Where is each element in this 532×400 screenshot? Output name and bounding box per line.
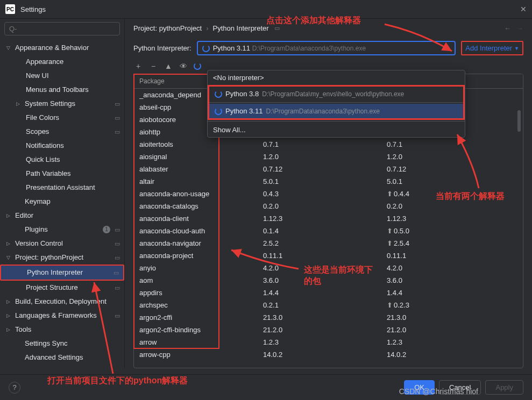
table-row[interactable]: anyio4.2.04.2.0 — [134, 262, 523, 274]
add-package-icon[interactable]: + — [133, 62, 143, 70]
app-icon: PC — [5, 4, 15, 14]
pkg-version: 21.2.0 — [263, 325, 387, 335]
nav-fwd-icon[interactable]: → — [516, 24, 523, 32]
pkg-version: 5.0.1 — [263, 176, 387, 187]
table-row[interactable]: appdirs1.4.41.4.4 — [134, 287, 523, 299]
pkg-latest: ⬆0.4.4 — [387, 189, 517, 199]
chevron-icon: ▽ — [6, 42, 13, 53]
table-row[interactable]: anaconda-project0.11.10.11.1 — [134, 249, 523, 262]
pkg-version: 4.2.0 — [263, 263, 387, 273]
sidebar-item[interactable]: Advanced Settings — [0, 351, 124, 365]
sidebar-item[interactable]: Project Structure▭ — [0, 281, 124, 295]
add-interpreter-button[interactable]: Add Interpreter ▼ — [461, 41, 523, 55]
pkg-name: argon2-cffi-bindings — [139, 325, 263, 335]
table-row[interactable]: argon2-cffi-bindings21.2.021.2.0 — [134, 324, 523, 336]
table-row[interactable]: anaconda-client1.12.31.12.3 — [134, 212, 523, 225]
help-button[interactable]: ? — [9, 382, 20, 394]
sidebar-item[interactable]: Notifications — [0, 139, 124, 153]
table-row[interactable]: aioitertools0.7.10.7.1 — [134, 138, 523, 151]
info-icon: 1 — [103, 226, 110, 233]
sidebar-item-label: Path Variables — [26, 168, 120, 179]
pkg-name: anaconda-anon-usage — [139, 189, 263, 199]
sidebar-item[interactable]: Keymap — [0, 195, 124, 209]
pkg-latest: 0.7.1 — [387, 139, 517, 149]
table-row[interactable]: anaconda-cloud-auth0.1.4⬆0.5.0 — [134, 225, 523, 237]
sidebar-item-label: Scopes — [26, 126, 112, 137]
sidebar-item-label: Keymap — [25, 196, 120, 207]
cancel-button[interactable]: Cancel — [439, 380, 481, 395]
sidebar-item-label: Presentation Assistant — [26, 182, 120, 193]
pkg-name: appdirs — [139, 288, 263, 298]
combo-text: Python 3.11 D:\ProgramData\anaconda3\pyt… — [213, 44, 443, 52]
sidebar-item[interactable]: Appearance — [0, 55, 124, 69]
sidebar-item[interactable]: Settings Sync — [0, 337, 124, 351]
pkg-latest: 3.6.0 — [387, 275, 517, 285]
sidebar-item[interactable]: ▷Tools — [0, 323, 124, 337]
table-row[interactable]: arrow1.2.31.2.3 — [134, 336, 523, 348]
breadcrumb: Project: pythonProject › Python Interpre… — [125, 19, 532, 38]
sidebar-item[interactable]: Scopes▭ — [0, 125, 124, 139]
sidebar-item[interactable]: New UI — [0, 69, 124, 83]
table-row[interactable]: anaconda-anon-usage0.4.3⬆0.4.4 — [134, 188, 523, 200]
interpreter-combo[interactable]: Python 3.11 D:\ProgramData\anaconda3\pyt… — [197, 41, 456, 55]
sidebar-item[interactable]: ▽Appearance & Behavior — [0, 41, 124, 55]
loading-spinner-icon — [194, 62, 201, 70]
table-row[interactable]: arrow-cpp14.0.214.0.2 — [134, 348, 523, 361]
sidebar-item[interactable]: ▽Project: pythonProject▭ — [0, 251, 124, 265]
pkg-version: 1.2.0 — [263, 152, 387, 162]
sidebar-item[interactable]: ▷Editor — [0, 209, 124, 223]
table-row[interactable]: archspec0.2.1⬆0.2.3 — [134, 299, 523, 311]
chevron-icon: ▽ — [6, 252, 13, 263]
sidebar-item[interactable]: ▷Languages & Frameworks▭ — [0, 309, 124, 323]
sidebar-item-label: System Settings — [25, 98, 112, 109]
sidebar-item[interactable]: Presentation Assistant — [0, 181, 124, 195]
close-icon[interactable]: ✕ — [520, 5, 527, 13]
ok-button[interactable]: OK — [404, 380, 435, 395]
table-row[interactable]: aiosignal1.2.01.2.0 — [134, 151, 523, 163]
upgrade-package-icon[interactable]: ▲ — [164, 62, 173, 70]
nav-back-icon[interactable]: ← — [504, 24, 511, 32]
table-row[interactable]: argon2-cffi21.3.021.3.0 — [134, 311, 523, 324]
pkg-version: 21.3.0 — [263, 312, 387, 323]
table-row[interactable]: aom3.6.03.6.0 — [134, 274, 523, 287]
pkg-name: alabaster — [139, 164, 263, 174]
sidebar-item[interactable]: Python Interpreter▭ — [1, 266, 123, 280]
pkg-latest: ⬆0.5.0 — [387, 226, 517, 236]
dd-interpreter-item[interactable]: Python 3.11 D:\ProgramData\anaconda3\pyt… — [209, 104, 463, 118]
pkg-name: aom — [139, 275, 263, 285]
separator — [209, 102, 463, 103]
apply-button[interactable]: Apply — [485, 380, 523, 395]
sidebar-item[interactable]: Menus and Toolbars — [0, 83, 124, 97]
dd-interpreter-item[interactable]: Python 3.8 D:\ProgramData\my_envs\hello_… — [209, 87, 463, 101]
dd-show-all[interactable]: Show All... — [208, 123, 465, 137]
search-input[interactable] — [4, 22, 120, 35]
sidebar-item-label: Notifications — [26, 140, 120, 151]
sidebar-item[interactable]: ▷System Settings▭ — [0, 97, 124, 111]
sidebar-item-label: Project: pythonProject — [15, 252, 112, 263]
remove-package-icon[interactable]: − — [148, 62, 158, 70]
sidebar-item[interactable]: ▷Version Control▭ — [0, 237, 124, 251]
sidebar-item[interactable]: File Colors▭ — [0, 111, 124, 125]
sidebar-item[interactable]: ▷Build, Execution, Deployment — [0, 295, 124, 309]
table-row[interactable]: alabaster0.7.120.7.12 — [134, 163, 523, 175]
sidebar-item[interactable]: Quick Lists — [0, 153, 124, 167]
table-row[interactable]: anaconda-catalogs0.2.00.2.0 — [134, 200, 523, 212]
titlebar: PC Settings ✕ — [0, 0, 532, 19]
sidebar-item[interactable]: Path Variables — [0, 167, 124, 181]
pkg-latest: 21.2.0 — [387, 325, 517, 335]
sidebar-item[interactable]: Plugins1▭ — [0, 223, 124, 237]
pkg-version: 0.2.1 — [263, 300, 387, 310]
project-badge-icon: ▭ — [115, 310, 120, 321]
pkg-latest: 0.7.12 — [387, 164, 517, 174]
project-badge-icon: ▭ — [115, 98, 120, 109]
table-row[interactable]: anaconda-navigator2.5.2⬆2.5.4 — [134, 237, 523, 249]
sidebar-item-label: File Colors — [26, 112, 112, 123]
dd-no-interpreter[interactable]: <No interpreter> — [208, 70, 465, 85]
table-row[interactable]: altair5.0.15.0.1 — [134, 175, 523, 188]
sidebar-item-label: Appearance & Behavior — [15, 42, 120, 53]
sidebar-item-label: Build, Execution, Deployment — [15, 296, 120, 307]
scrollbar[interactable] — [517, 110, 522, 362]
project-badge-icon: ▭ — [115, 112, 120, 123]
eye-icon[interactable]: 👁 — [179, 62, 188, 70]
chevron-down-icon: ▼ — [445, 46, 450, 51]
